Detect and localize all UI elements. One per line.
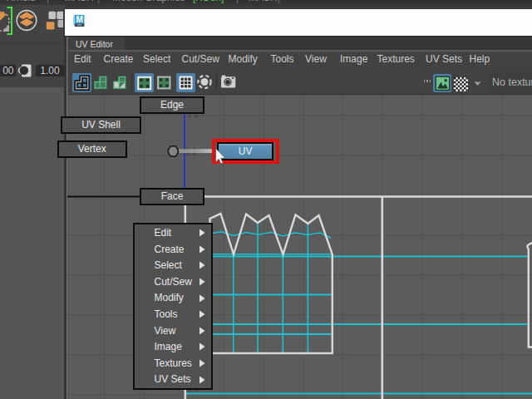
svg-text:M: M [76, 15, 83, 24]
